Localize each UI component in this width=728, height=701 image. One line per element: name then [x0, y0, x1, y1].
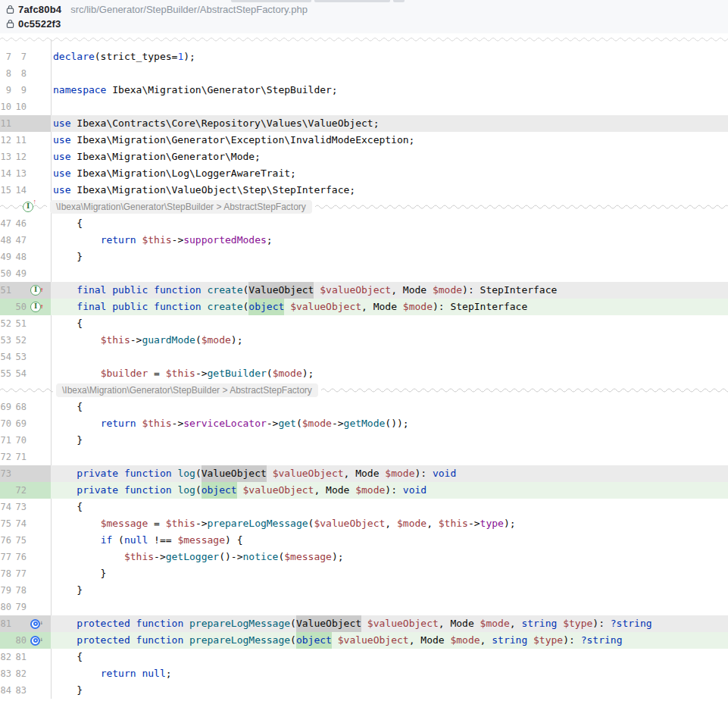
implements-method-icon[interactable]: I↑	[30, 302, 41, 312]
code-line[interactable]: use Ibexa\Migration\ValueObject\Step\Ste…	[51, 182, 728, 199]
old-line-number	[0, 299, 13, 315]
code-line[interactable]	[51, 349, 728, 365]
diff-line[interactable]: 1211use Ibexa\Migration\Generator\Except…	[0, 132, 728, 149]
diff-line[interactable]: 5554 $builder = $this->getBuilder($mode)…	[0, 365, 728, 382]
diff-line[interactable]: 7170 }	[0, 432, 728, 449]
diff-line[interactable]: 8483 }	[0, 682, 728, 699]
diff-line[interactable]: 4746 {	[0, 215, 728, 232]
gutter-icon-slot	[28, 315, 51, 332]
diff-line[interactable]: 6968 {	[0, 399, 728, 415]
code-line[interactable]	[51, 449, 728, 465]
code-line[interactable]: }	[51, 432, 728, 449]
implements-method-icon[interactable]: I↑	[30, 285, 41, 296]
diff-line[interactable]: 7978 }	[0, 582, 728, 599]
implements-method-icon[interactable]: I↑	[23, 202, 33, 212]
code-line[interactable]: private function log(object $valueObject…	[51, 482, 728, 499]
code-line[interactable]: protected function prepareLogMessage(obj…	[51, 632, 728, 649]
diff-line[interactable]: 8079	[0, 599, 728, 615]
diff-line[interactable]: 7675 if (null !== $message) {	[0, 532, 728, 549]
diff-line[interactable]: 7574 $message = $this->prepareLogMessage…	[0, 515, 728, 532]
diff-line[interactable]: 73 private function log(ValueObject $val…	[0, 465, 728, 482]
diff-line[interactable]: 8281 {	[0, 649, 728, 665]
code-token: Ibexa\Migration\Generator\Mode;	[70, 151, 260, 162]
code-line[interactable]	[51, 599, 728, 615]
code-line[interactable]: {	[51, 649, 728, 665]
code-line[interactable]: $message = $this->prepareLogMessage($val…	[51, 515, 728, 532]
code-token: ,	[510, 618, 522, 629]
diff-line[interactable]: 7473 {	[0, 499, 728, 515]
diff-gutter: 1211	[0, 132, 51, 149]
code-line[interactable]: {	[51, 399, 728, 415]
code-line[interactable]: use Ibexa\Contracts\Core\Repository\Valu…	[51, 115, 728, 132]
diff-line[interactable]: 1312use Ibexa\Migration\Generator\Mode;	[0, 149, 728, 165]
code-line[interactable]: use Ibexa\Migration\Log\LoggerAwareTrait…	[51, 165, 728, 182]
code-line[interactable]: }	[51, 582, 728, 599]
diff-line[interactable]: 1010	[0, 99, 728, 115]
diff-line[interactable]: 4847 return $this->supportedModes;	[0, 232, 728, 249]
breadcrumb-pill[interactable]: \Ibexa\Migration\Generator\StepBuilder >…	[56, 383, 318, 397]
diff-line[interactable]: 4948 }	[0, 249, 728, 265]
code-line[interactable]: }	[51, 249, 728, 265]
code-line[interactable]: namespace Ibexa\Migration\Generator\Step…	[51, 82, 728, 99]
code-token: ):	[414, 468, 432, 479]
collapsed-region-separator[interactable]: I↑\Ibexa\Migration\Generator\StepBuilder…	[0, 199, 728, 215]
code-line[interactable]: final public function create(ValueObject…	[51, 282, 728, 299]
overridden-method-icon[interactable]: ↓	[30, 619, 40, 629]
code-line[interactable]: {	[51, 215, 728, 232]
commit-hash-new[interactable]: 0c5522f3	[18, 18, 61, 30]
code-line[interactable]: $this->getLogger()->notice($message);	[51, 549, 728, 565]
diff-line[interactable]: 1413use Ibexa\Migration\Log\LoggerAwareT…	[0, 165, 728, 182]
diff-line[interactable]: 7877 }	[0, 565, 728, 582]
code-token: (	[195, 468, 202, 479]
code-line[interactable]: return null;	[51, 665, 728, 682]
code-line[interactable]: {	[51, 499, 728, 515]
code-token: $type	[533, 634, 563, 646]
diff-line[interactable]: 7776 $this->getLogger()->notice($message…	[0, 549, 728, 565]
code-line[interactable]: if (null !== $message) {	[51, 532, 728, 549]
code-line[interactable]: use Ibexa\Migration\Generator\Exception\…	[51, 132, 728, 149]
commit-hash-old[interactable]: 7afc80b4	[18, 4, 61, 15]
diff-line[interactable]: 11use Ibexa\Contracts\Core\Repository\Va…	[0, 115, 728, 132]
diff-line[interactable]: 51I↑ final public function create(ValueO…	[0, 282, 728, 299]
diff-line[interactable]: 5352 $this->guardMode($mode);	[0, 332, 728, 349]
diff-line[interactable]: 77declare(strict_types=1);	[0, 49, 728, 65]
diff-gutter: 6968	[0, 399, 51, 415]
code-line[interactable]: private function log(ValueObject $valueO…	[51, 465, 728, 482]
code-line[interactable]: {	[51, 315, 728, 332]
code-line[interactable]: $builder = $this->getBuilder($mode);	[51, 365, 728, 382]
code-line[interactable]	[51, 265, 728, 282]
new-line-number	[13, 282, 28, 299]
code-line[interactable]: }	[51, 682, 728, 699]
collapsed-region-separator[interactable]: \Ibexa\Migration\Generator\StepBuilder >…	[0, 382, 728, 399]
diff-line[interactable]: 5251 {	[0, 315, 728, 332]
diff-gutter: 5251	[0, 315, 51, 332]
diff-line[interactable]: 50I↑ final public function create(object…	[0, 299, 728, 315]
diff-line[interactable]: 5453	[0, 349, 728, 365]
diff-line[interactable]: 7271	[0, 449, 728, 465]
code-line[interactable]	[51, 99, 728, 115]
gutter-icon-slot	[28, 399, 51, 415]
code-line[interactable]: use Ibexa\Migration\Generator\Mode;	[51, 149, 728, 165]
diff-line[interactable]: 1514use Ibexa\Migration\ValueObject\Step…	[0, 182, 728, 199]
code-line[interactable]: protected function prepareLogMessage(Val…	[51, 615, 728, 632]
overridden-method-icon[interactable]: ↓	[30, 636, 40, 646]
diff-line[interactable]: 99namespace Ibexa\Migration\Generator\St…	[0, 82, 728, 99]
diff-line[interactable]: 5049	[0, 265, 728, 282]
old-line-number: 50	[0, 265, 13, 282]
old-line-number	[0, 632, 13, 649]
diff-line[interactable]: 88	[0, 65, 728, 82]
diff-line[interactable]: 7069 return $this->serviceLocator->get($…	[0, 415, 728, 432]
gutter-icon-slot: I↑	[28, 282, 51, 299]
diff-line[interactable]: 81↓ protected function prepareLogMessage…	[0, 615, 728, 632]
code-line[interactable]: return $this->serviceLocator->get($mode-…	[51, 415, 728, 432]
code-line[interactable]: return $this->supportedModes;	[51, 232, 728, 249]
breadcrumb-pill[interactable]: \Ibexa\Migration\Generator\StepBuilder >…	[50, 200, 312, 214]
code-line[interactable]: final public function create(object $val…	[51, 299, 728, 315]
code-line[interactable]: }	[51, 565, 728, 582]
code-line[interactable]: declare(strict_types=1);	[51, 49, 728, 65]
code-line[interactable]: $this->guardMode($mode);	[51, 332, 728, 349]
code-line[interactable]	[51, 65, 728, 82]
diff-line[interactable]: 80↓ protected function prepareLogMessage…	[0, 632, 728, 649]
diff-line[interactable]: 72 private function log(object $valueObj…	[0, 482, 728, 499]
diff-line[interactable]: 8382 return null;	[0, 665, 728, 682]
